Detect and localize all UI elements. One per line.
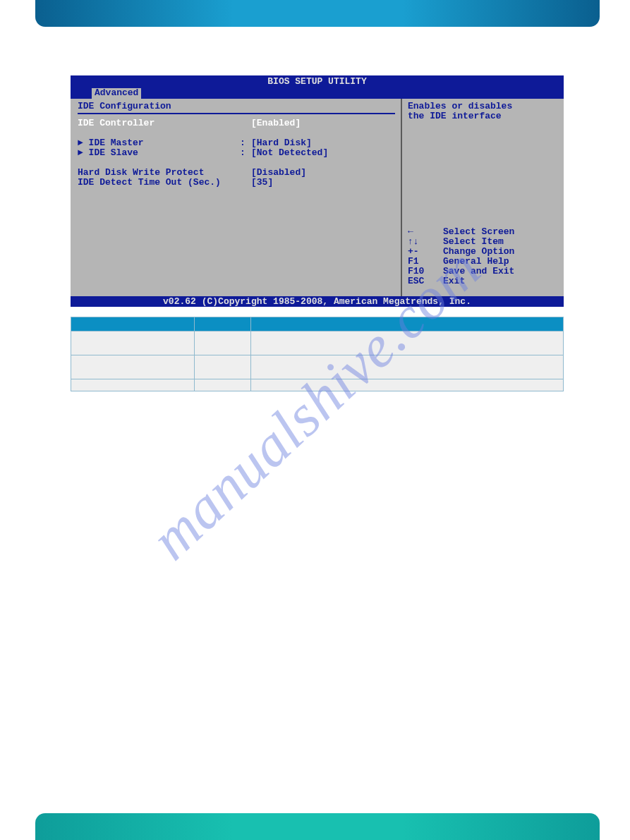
table-header-row (71, 317, 564, 331)
bios-nav-key: +- (408, 247, 443, 257)
bios-nav-action: Select Item (443, 237, 504, 247)
bios-setting-label: IDE Detect Time Out (Sec.) (78, 178, 240, 188)
bios-setting-sep: : (240, 148, 251, 158)
bios-setting-value: [Disabled] (251, 168, 306, 178)
bios-tab-advanced: Advanced (92, 88, 141, 99)
bios-spacer (78, 158, 395, 168)
bios-setting-label: ► IDE Slave (78, 148, 240, 158)
table-header (195, 317, 251, 331)
bios-setting-sep (240, 178, 251, 188)
bios-divider (78, 113, 395, 114)
table-header (71, 317, 195, 331)
bios-help-panel: Enables or disables the IDE interface ←S… (402, 99, 564, 296)
bios-nav-row: F1General Help (408, 257, 558, 267)
top-banner (35, 0, 600, 27)
bios-main-panel: IDE Configuration IDE Controller [Enable… (71, 99, 402, 296)
bios-setting-label: ► IDE Master (78, 138, 240, 148)
table-cell (195, 331, 251, 355)
bios-spacer (78, 128, 395, 138)
bios-nav-action: Save and Exit (443, 267, 514, 276)
bios-setting-row: IDE Detect Time Out (Sec.) [35] (78, 178, 395, 188)
bios-setting-value: [35] (251, 178, 273, 188)
bios-nav-row: ESCExit (408, 276, 558, 286)
bios-nav-action: General Help (443, 257, 509, 267)
bios-menubar: Advanced (71, 88, 564, 99)
bios-title: BIOS SETUP UTILITY (71, 75, 564, 88)
bios-setting-value: [Hard Disk] (251, 138, 312, 148)
bios-setting-row: Hard Disk Write Protect [Disabled] (78, 168, 395, 178)
table-row (71, 355, 564, 379)
table-cell (71, 379, 195, 391)
table-cell (195, 379, 251, 391)
table-cell (251, 379, 564, 391)
bios-nav-action: Select Screen (443, 227, 514, 237)
bios-nav-key: F10 (408, 267, 443, 276)
bios-setting-row: ► IDE Master:[Hard Disk] (78, 138, 395, 148)
bios-nav-key: F1 (408, 257, 443, 267)
table-cell (71, 331, 195, 355)
bios-setting-row: ► IDE Slave:[Not Detected] (78, 148, 395, 158)
table-header (251, 317, 564, 331)
bios-nav-row: F10Save and Exit (408, 267, 558, 276)
bios-body: IDE Configuration IDE Controller [Enable… (71, 99, 564, 296)
bios-nav-row: +-Change Option (408, 247, 558, 257)
bios-setting-label: Hard Disk Write Protect (78, 168, 240, 178)
bios-setting-sep (240, 168, 251, 178)
feature-table (71, 317, 564, 391)
table-row (71, 379, 564, 391)
bios-help-text: the IDE interface (408, 111, 558, 121)
bios-nav-action: Exit (443, 276, 465, 286)
bios-nav-key: ESC (408, 276, 443, 286)
bios-footer: v02.62 (C)Copyright 1985-2008, American … (71, 296, 564, 307)
bios-setting-value: [Not Detected] (251, 148, 328, 158)
bios-nav-row: ←Select Screen (408, 227, 558, 237)
bios-help-text: Enables or disables (408, 102, 558, 111)
table-cell (251, 355, 564, 379)
bottom-banner (35, 813, 600, 840)
bios-setting-sep: : (240, 138, 251, 148)
bios-setting-sep (240, 118, 251, 128)
bios-setting-label: IDE Controller (78, 118, 240, 128)
bios-nav-key: ↑↓ (408, 237, 443, 247)
table-cell (195, 355, 251, 379)
table-cell (71, 355, 195, 379)
bios-nav-row: ↑↓Select Item (408, 237, 558, 247)
bios-setup-screenshot: BIOS SETUP UTILITY Advanced IDE Configur… (71, 75, 564, 305)
bios-nav-action: Change Option (443, 247, 514, 257)
bios-nav-keys: ←Select Screen↑↓Select Item+-Change Opti… (408, 227, 558, 286)
bios-section-title: IDE Configuration (78, 102, 395, 111)
bios-setting-row: IDE Controller [Enabled] (78, 118, 395, 128)
bios-setting-value: [Enabled] (251, 118, 301, 128)
table-row (71, 331, 564, 355)
table-cell (251, 331, 564, 355)
bios-nav-key: ← (408, 227, 443, 237)
